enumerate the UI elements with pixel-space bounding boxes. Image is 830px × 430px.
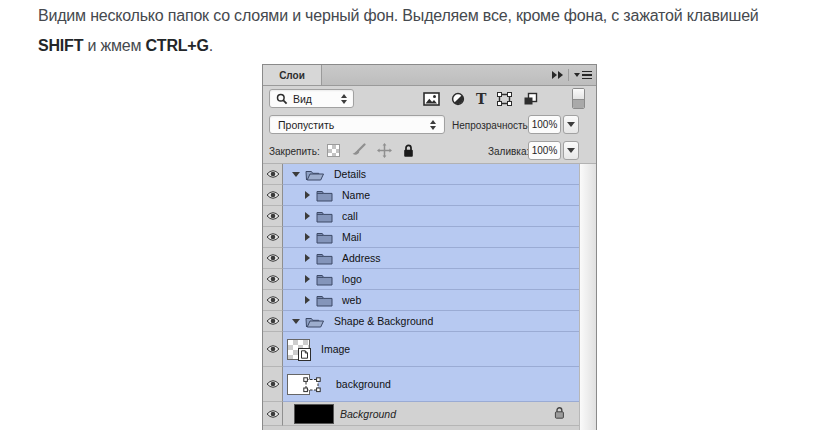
closed-folder-icon [316, 231, 333, 244]
layer-row-logo[interactable]: logo [263, 269, 579, 290]
visibility-toggle[interactable] [263, 269, 283, 290]
layers-list: DetailsNamecallMailAddresslogowebShape &… [263, 163, 596, 430]
tutorial-text: Видим несколько папок со слоями и черный… [38, 1, 810, 61]
fill-input[interactable]: 100% [528, 141, 561, 160]
opacity-value: 100% [532, 119, 558, 130]
layer-row-main[interactable]: Background [283, 402, 579, 426]
layer-name: background [336, 378, 391, 390]
eye-icon [266, 253, 280, 263]
layer-row-main[interactable]: background [283, 367, 579, 402]
visibility-toggle[interactable] [263, 164, 283, 185]
eye-icon [266, 211, 280, 221]
visibility-toggle[interactable] [263, 402, 283, 426]
collapse-panel-icon[interactable] [552, 71, 563, 79]
layer-row-shape-background[interactable]: Shape & Background [263, 311, 579, 332]
layer-row-main[interactable]: Image [283, 332, 579, 367]
collapse-triangle-icon[interactable] [305, 191, 310, 199]
visibility-toggle[interactable] [263, 248, 283, 269]
filter-toggle-switch[interactable] [572, 88, 585, 109]
blend-mode-select[interactable]: Пропустить [269, 115, 445, 134]
layer-row-main[interactable]: call [283, 206, 579, 227]
collapse-triangle-icon[interactable] [305, 212, 310, 220]
visibility-toggle[interactable] [263, 367, 283, 402]
layer-row-background[interactable]: background [263, 367, 579, 402]
layer-row-main[interactable]: logo [283, 269, 579, 290]
layer-row-main[interactable]: Shape & Background [283, 311, 579, 332]
smart-object-filter-icon[interactable] [523, 92, 538, 106]
layer-row-main[interactable]: Name [283, 185, 579, 206]
opacity-dropdown-icon[interactable] [563, 115, 579, 134]
lock-icon-group [327, 142, 414, 159]
collapse-triangle-icon[interactable] [305, 275, 310, 283]
layer-row-image[interactable]: Image [263, 332, 579, 367]
layer-thumbnail[interactable] [294, 404, 334, 424]
layer-row-details[interactable]: Details [263, 164, 579, 185]
shape-layers-filter-icon[interactable] [497, 92, 512, 106]
tabbar-controls [552, 65, 592, 85]
text-line-1: Видим несколько папок со слоями и черный… [38, 7, 759, 24]
expand-triangle-icon[interactable] [292, 172, 300, 177]
visibility-toggle[interactable] [263, 185, 283, 206]
closed-folder-icon [316, 252, 333, 265]
visibility-toggle[interactable] [263, 290, 283, 311]
layer-row-call[interactable]: call [263, 206, 579, 227]
blend-row: Пропустить Непрозрачность: 100% [263, 112, 596, 138]
eye-icon [266, 316, 280, 326]
eye-icon [266, 379, 280, 389]
visibility-toggle[interactable] [263, 227, 283, 248]
collapse-triangle-icon[interactable] [305, 296, 310, 304]
tab-layers[interactable]: Слои [263, 65, 322, 85]
layer-row-main[interactable]: Details [283, 164, 579, 185]
layer-name: Background [340, 408, 396, 420]
smart-object-badge-icon [298, 348, 311, 361]
scrollbar-track[interactable] [579, 164, 596, 430]
filter-row: Вид T [263, 86, 596, 112]
eye-icon [266, 409, 280, 419]
layer-name: Details [334, 168, 366, 180]
lock-position-move-icon[interactable] [377, 143, 392, 158]
stepper-icon [341, 94, 347, 104]
layer-name: Mail [342, 231, 361, 243]
layer-row-mail[interactable]: Mail [263, 227, 579, 248]
adjustment-layers-filter-icon[interactable] [451, 92, 465, 106]
closed-folder-icon [316, 273, 333, 286]
lock-all-padlock-icon[interactable] [403, 144, 414, 158]
layer-row-name[interactable]: Name [263, 185, 579, 206]
lock-transparency-icon[interactable] [327, 144, 340, 157]
layer-row-web[interactable]: web [263, 290, 579, 311]
fill-dropdown-icon[interactable] [563, 141, 579, 160]
layer-row-background[interactable]: Background [263, 402, 579, 426]
text-mid: и жмем [83, 37, 145, 54]
visibility-toggle[interactable] [263, 206, 283, 227]
filter-type-select[interactable]: Вид [269, 89, 354, 108]
closed-folder-icon [316, 252, 333, 265]
layer-thumbnail[interactable] [287, 374, 310, 395]
fill-value: 100% [532, 145, 558, 156]
collapse-triangle-icon[interactable] [305, 254, 310, 262]
visibility-toggle[interactable] [263, 332, 283, 367]
type-layers-filter-icon[interactable]: T [476, 92, 486, 106]
layer-thumbnail[interactable] [287, 339, 310, 360]
layer-row-address[interactable]: Address [263, 248, 579, 269]
filter-type-value: Вид [293, 93, 312, 105]
layer-row-main[interactable]: Mail [283, 227, 579, 248]
panel-tab-bar: Слои [263, 65, 596, 86]
text-end: . [209, 37, 213, 54]
layer-row-main[interactable]: web [283, 290, 579, 311]
lock-row: Закрепить: Заливка: 100% [263, 138, 596, 163]
layer-name: web [342, 294, 361, 306]
expand-triangle-icon[interactable] [292, 319, 300, 324]
layer-name: logo [342, 273, 362, 285]
lock-pixels-brush-icon[interactable] [351, 143, 366, 158]
opacity-label: Непрозрачность: [452, 120, 531, 131]
closed-folder-icon [316, 273, 333, 286]
lock-label: Закрепить: [269, 146, 320, 157]
pixel-layers-filter-icon[interactable] [423, 92, 440, 106]
layer-row-main[interactable]: Address [283, 248, 579, 269]
panel-menu-icon[interactable] [574, 71, 592, 80]
key-ctrl-g: CTRL+G [146, 37, 209, 54]
collapse-triangle-icon[interactable] [305, 233, 310, 241]
opacity-input[interactable]: 100% [528, 115, 561, 134]
visibility-toggle[interactable] [263, 311, 283, 332]
tabbar-divider [568, 69, 569, 81]
